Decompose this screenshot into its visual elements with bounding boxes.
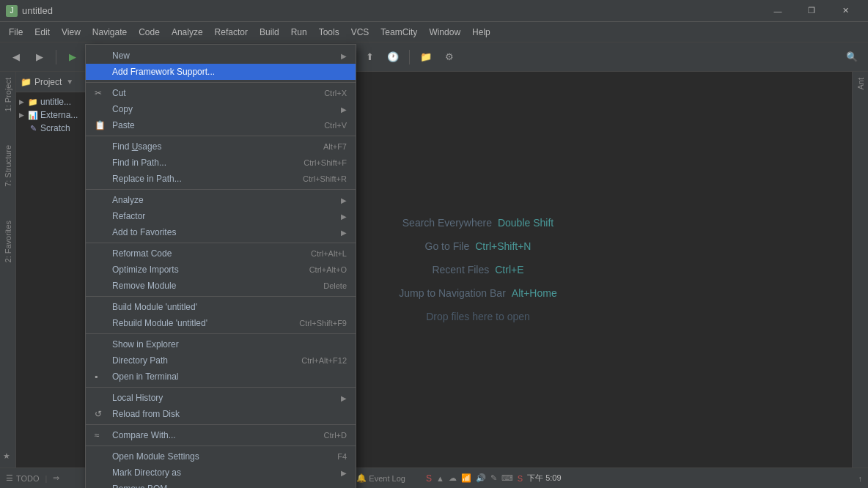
ctx-replace-in-path-label: Replace in Path... (112, 174, 288, 184)
ctx-dir-path-shortcut: Ctrl+Alt+F12 (301, 356, 347, 365)
ctx-local-history-arrow: ▶ (341, 394, 347, 402)
bottom-expand[interactable]: ↑ (858, 474, 862, 483)
ctx-find-usages[interactable]: Find Usages Alt+F7 (86, 138, 356, 155)
ctx-reload[interactable]: ↺ Reload from Disk (86, 406, 356, 422)
project-dropdown-arrow[interactable]: ▼ (66, 78, 73, 86)
run-config-arrow[interactable]: ▶ (62, 47, 83, 67)
ctx-sep-7 (86, 387, 356, 388)
ctx-new[interactable]: New ▶ (86, 48, 356, 64)
menu-analyze[interactable]: Analyze (166, 24, 209, 40)
tree-arrow-external: ▶ (19, 111, 28, 119)
maximize-button[interactable]: ❐ (795, 0, 828, 22)
vcs-push-button[interactable]: ⬆ (359, 47, 380, 67)
ctx-rebuild-module[interactable]: Rebuild Module 'untitled' Ctrl+Shift+F9 (86, 315, 356, 331)
bottom-time: 下午 5:09 (527, 473, 561, 484)
window-title: untitled (22, 5, 53, 16)
ctx-replace-in-path[interactable]: Replace in Path... Ctrl+Shift+R (86, 171, 356, 187)
menu-help[interactable]: Help (466, 24, 496, 40)
menu-refactor[interactable]: Refactor (209, 24, 254, 40)
menu-file[interactable]: File (3, 24, 29, 40)
left-tab-bar: 1: Project 7: Structure 2: Favorites ★ (0, 72, 16, 467)
project-structure-button[interactable]: 📁 (416, 47, 436, 67)
ctx-new-arrow: ▶ (341, 52, 347, 60)
bottom-sep: | (45, 474, 48, 483)
ctx-find-in-path-label: Find in Path... (112, 158, 289, 168)
tray-icon-7: ⌨ (501, 473, 513, 483)
vcs-history-button[interactable]: 🕐 (383, 47, 403, 67)
todo-button[interactable]: ☰ TODO (6, 473, 40, 483)
minimize-button[interactable]: — (761, 0, 795, 22)
ctx-open-terminal-icon: ▪ (95, 371, 108, 382)
ctx-analyze[interactable]: Analyze ▶ (86, 192, 356, 208)
welcome-goto-line: Go to File Ctrl+Shift+N (425, 240, 532, 252)
navigation-bar-text: Jump to Navigation Bar (399, 287, 506, 299)
tab-ant[interactable]: Ant (854, 72, 867, 96)
ctx-compare[interactable]: ≈ Compare With... Ctrl+D (86, 427, 356, 443)
event-log-label: Event Log (369, 474, 405, 483)
menu-build[interactable]: Build (254, 24, 285, 40)
ctx-find-in-path[interactable]: Find in Path... Ctrl+Shift+F (86, 155, 356, 171)
ctx-sep-9 (86, 446, 356, 446)
ctx-open-terminal[interactable]: ▪ Open in Terminal (86, 369, 356, 385)
ctx-local-history[interactable]: Local History ▶ (86, 390, 356, 406)
search-everywhere-key: Double Shift (498, 217, 553, 229)
ctx-dir-path-label: Directory Path (112, 355, 287, 366)
ctx-mark-dir[interactable]: Mark Directory as ▶ (86, 465, 356, 481)
ctx-paste-icon: 📋 (95, 120, 108, 130)
menu-view[interactable]: View (56, 24, 87, 40)
back-button[interactable]: ◀ (6, 47, 26, 67)
ctx-mark-dir-arrow: ▶ (341, 469, 347, 477)
ctx-sep-1 (86, 82, 356, 83)
tray-icon-1: S (426, 473, 432, 484)
tray-icon-3: ☁ (449, 473, 457, 483)
ctx-paste-shortcut: Ctrl+V (324, 121, 347, 130)
ctx-add-favorites-arrow: ▶ (341, 229, 347, 237)
event-log-button[interactable]: 🔔 Event Log (356, 473, 405, 483)
ctx-optimize-shortcut: Ctrl+Alt+O (309, 265, 347, 274)
ctx-paste[interactable]: 📋 Paste Ctrl+V (86, 117, 356, 133)
ctx-show-explorer[interactable]: Show in Explorer (86, 336, 356, 352)
menu-teamcity[interactable]: TeamCity (375, 24, 423, 40)
ctx-sep-8 (86, 424, 356, 425)
ctx-cut-icon: ✂ (95, 88, 108, 98)
ctx-remove-module[interactable]: Remove Module Delete (86, 278, 356, 294)
ctx-remove-bom[interactable]: Remove BOM (86, 481, 356, 488)
ctx-dir-path[interactable]: Directory Path Ctrl+Alt+F12 (86, 352, 356, 369)
menu-vcs[interactable]: VCS (345, 24, 375, 40)
ctx-module-settings[interactable]: Open Module Settings F4 (86, 448, 356, 465)
menu-code[interactable]: Code (133, 24, 166, 40)
ctx-compare-shortcut: Ctrl+D (324, 431, 347, 440)
ctx-show-explorer-label: Show in Explorer (112, 339, 347, 350)
ctx-add-framework[interactable]: Add Framework Support... (86, 64, 356, 80)
bottom-right-icons: S ▲ ☁ 📶 🔊 ✎ ⌨ S 下午 5:09 (426, 473, 562, 484)
ctx-rebuild-module-label: Rebuild Module 'untitled' (112, 318, 284, 328)
ctx-reload-label: Reload from Disk (112, 409, 347, 419)
bottom-arrow: ⇒ (53, 473, 59, 483)
tab-favorites[interactable]: 2: Favorites (1, 215, 15, 268)
settings-button[interactable]: ⚙ (439, 47, 460, 67)
close-button[interactable]: ✕ (828, 0, 862, 22)
menu-navigate[interactable]: Navigate (87, 24, 133, 40)
menu-window[interactable]: Window (423, 24, 466, 40)
menu-run[interactable]: Run (285, 24, 313, 40)
ctx-refactor-arrow: ▶ (341, 212, 347, 221)
search-everywhere-text: Search Everywhere (402, 217, 492, 229)
menu-tools[interactable]: Tools (313, 24, 345, 40)
ctx-build-module[interactable]: Build Module 'untitled' (86, 299, 356, 315)
forward-button[interactable]: ▶ (29, 47, 50, 67)
go-to-file-key: Ctrl+Shift+N (475, 240, 531, 252)
search-everywhere-button[interactable]: 🔍 (842, 47, 862, 67)
ctx-compare-icon: ≈ (95, 430, 108, 440)
left-collapse-icon[interactable]: ★ (3, 451, 13, 462)
ctx-refactor[interactable]: Refactor ▶ (86, 208, 356, 224)
ctx-reformat[interactable]: Reformat Code Ctrl+Alt+L (86, 245, 356, 262)
ctx-add-favorites[interactable]: Add to Favorites ▶ (86, 224, 356, 240)
ctx-cut[interactable]: ✂ Cut Ctrl+X (86, 85, 356, 101)
ctx-copy[interactable]: Copy ▶ (86, 101, 356, 117)
menu-edit[interactable]: Edit (29, 24, 56, 40)
ctx-open-terminal-label: Open in Terminal (112, 371, 347, 382)
right-tab-bar: Ant (852, 72, 868, 467)
tab-project[interactable]: 1: Project (1, 72, 15, 117)
ctx-optimize[interactable]: Optimize Imports Ctrl+Alt+O (86, 262, 356, 278)
tab-structure[interactable]: 7: Structure (1, 139, 15, 193)
